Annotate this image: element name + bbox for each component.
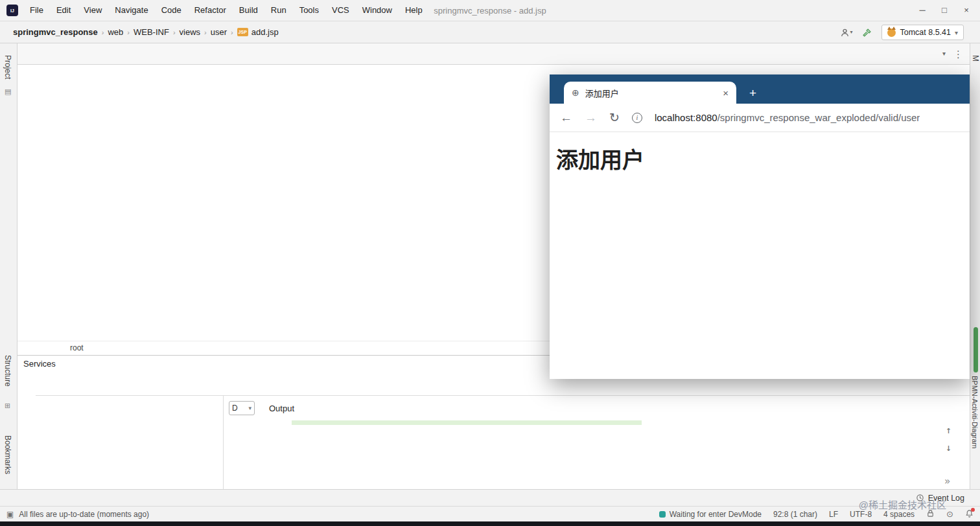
- right-tool-stripe: M BPMN-Activiti-Diagram: [970, 43, 980, 489]
- console-more-icon[interactable]: »: [944, 477, 950, 486]
- services-tree: [36, 396, 224, 489]
- folded-line-sliver: [292, 420, 642, 425]
- breadcrumb-separator-icon: ›: [102, 29, 104, 36]
- menu-vcs[interactable]: VCS: [325, 0, 356, 21]
- hidden-tabs-chevron-icon[interactable]: ▾: [942, 51, 946, 57]
- output-label: Output: [269, 404, 294, 413]
- breadcrumb-label: user: [211, 27, 227, 37]
- breadcrumb-item-web[interactable]: web: [106, 26, 124, 38]
- breadcrumb-label: WEB-INF: [134, 27, 169, 37]
- notifications-bell-icon[interactable]: [965, 509, 974, 520]
- tab-close-icon[interactable]: ×: [723, 87, 729, 98]
- menu-build[interactable]: Build: [233, 0, 264, 21]
- menu-refactor[interactable]: Refactor: [188, 0, 233, 21]
- server-console: D▾ Output ↑ ↓ »: [224, 396, 970, 489]
- page-heading: 添加用户: [556, 143, 963, 174]
- address-bar[interactable]: localhost:8080/springmvc_response_war_ex…: [655, 112, 920, 123]
- browser-window: ⊕ 添加用户 × + ← → ↻ i localhost:8080/spring…: [550, 74, 970, 379]
- tool-stripe-bpmn[interactable]: BPMN-Activiti-Diagram: [971, 376, 979, 448]
- run-config-label: Tomcat 8.5.41: [900, 28, 951, 37]
- jsp-file-icon: JSP: [237, 28, 248, 36]
- site-info-icon[interactable]: i: [632, 113, 642, 123]
- breadcrumb-separator-icon: ›: [127, 29, 130, 36]
- console-output[interactable]: ↑ ↓ »: [224, 420, 970, 489]
- breadcrumb-item-springmvc_response[interactable]: springmvc_response: [12, 26, 99, 38]
- breadcrumb-label: views: [180, 27, 201, 37]
- tomcat-icon: [887, 29, 896, 37]
- caret-position[interactable]: 92:8 (1 char): [773, 510, 817, 519]
- tool-stripe-bookmarks[interactable]: Bookmarks: [3, 435, 12, 474]
- breadcrumb-separator-icon: ›: [204, 29, 207, 36]
- globe-favicon-icon: ⊕: [572, 87, 579, 98]
- status-bar: ▣ All files are up-to-date (moments ago)…: [0, 506, 980, 521]
- build-hammer-icon[interactable]: [862, 28, 872, 38]
- main-menu: FileEditViewNavigateCodeRefactorBuildRun…: [23, 0, 429, 21]
- refresh-icon[interactable]: ↻: [609, 110, 620, 125]
- browser-tab-title: 添加用户: [585, 87, 619, 99]
- prev-occurrence-icon[interactable]: ↑: [946, 426, 951, 435]
- grid-icon: ⊞: [5, 402, 10, 410]
- breadcrumb-label: springmvc_response: [13, 27, 98, 37]
- menu-run[interactable]: Run: [264, 0, 293, 21]
- folder-icon: ▤: [5, 87, 11, 96]
- profile-icon[interactable]: ▾: [840, 28, 852, 38]
- forward-icon[interactable]: →: [585, 111, 597, 125]
- menu-navigate[interactable]: Navigate: [108, 0, 154, 21]
- reader-mode-icon[interactable]: ⊙: [946, 510, 953, 518]
- menu-tools[interactable]: Tools: [293, 0, 325, 21]
- watermark: @稀土掘金技术社区: [859, 497, 946, 511]
- menu-window[interactable]: Window: [356, 0, 399, 21]
- notification-dot: [971, 508, 975, 512]
- run-config-select[interactable]: Tomcat 8.5.41 ▾: [881, 25, 964, 40]
- line-ending[interactable]: LF: [829, 510, 838, 519]
- new-tab-button[interactable]: +: [749, 87, 756, 99]
- nocalhost-icon: [659, 511, 666, 518]
- editor-tab-bar: ▾ ⋮: [18, 43, 970, 65]
- browser-tab-bar: ⊕ 添加用户 × +: [550, 74, 970, 104]
- vcs-widget-icon: ▣: [6, 510, 14, 518]
- menu-file[interactable]: File: [23, 0, 50, 21]
- breadcrumb-item-add.jsp[interactable]: JSPadd.jsp: [236, 26, 280, 38]
- services-left-strip: [18, 396, 36, 489]
- os-taskbar-sliver: [0, 521, 980, 526]
- menu-view[interactable]: View: [77, 0, 108, 21]
- breadcrumb-item-views[interactable]: views: [178, 26, 202, 38]
- tool-window-bar: Event Log: [0, 489, 980, 506]
- browser-page: 添加用户: [550, 132, 970, 379]
- breadcrumb-item-WEB-INF[interactable]: WEB-INF: [132, 26, 170, 38]
- menu-edit[interactable]: Edit: [50, 0, 77, 21]
- maximize-button[interactable]: □: [935, 1, 954, 20]
- tool-stripe-structure[interactable]: Structure: [3, 355, 12, 387]
- close-button[interactable]: ×: [957, 1, 976, 20]
- navigation-bar: springmvc_response›web›WEB-INF›views›use…: [0, 21, 980, 43]
- breadcrumb-label: web: [108, 27, 123, 37]
- back-icon[interactable]: ←: [560, 111, 572, 125]
- app-logo-icon: IJ: [6, 5, 18, 16]
- breadcrumb-separator-icon: ›: [173, 29, 176, 36]
- breadcrumb-root[interactable]: root: [70, 343, 84, 352]
- tab-options-icon[interactable]: ⋮: [953, 49, 963, 59]
- tool-stripe-maven[interactable]: M: [971, 55, 980, 62]
- browser-nav-bar: ← → ↻ i localhost:8080/springmvc_respons…: [550, 104, 970, 132]
- breadcrumb-separator-icon: ›: [231, 29, 233, 36]
- menu-bar: IJ FileEditViewNavigateCodeRefactorBuild…: [0, 0, 980, 21]
- devmode-status[interactable]: Waiting for enter DevMode: [659, 510, 762, 519]
- menu-code[interactable]: Code: [155, 0, 188, 21]
- scrollbar-marker[interactable]: [974, 327, 978, 372]
- browser-tab[interactable]: ⊕ 添加用户 ×: [564, 82, 736, 104]
- deploy-combo[interactable]: D▾: [229, 401, 255, 415]
- breadcrumb: springmvc_response›web›WEB-INF›views›use…: [0, 26, 280, 38]
- breadcrumb-item-user[interactable]: user: [209, 26, 228, 38]
- tool-stripe-project[interactable]: Project: [3, 55, 12, 79]
- breadcrumb-label: add.jsp: [251, 27, 279, 37]
- chevron-down-icon: ▾: [955, 29, 958, 36]
- vcs-status-text[interactable]: All files are up-to-date (moments ago): [19, 510, 149, 519]
- left-tool-stripe: Project ▤ Structure ⊞ Bookmarks: [0, 43, 18, 489]
- minimize-button[interactable]: ─: [913, 1, 932, 20]
- chevron-down-icon: ▾: [248, 405, 251, 411]
- menu-help[interactable]: Help: [399, 0, 429, 21]
- next-occurrence-icon[interactable]: ↓: [946, 443, 951, 453]
